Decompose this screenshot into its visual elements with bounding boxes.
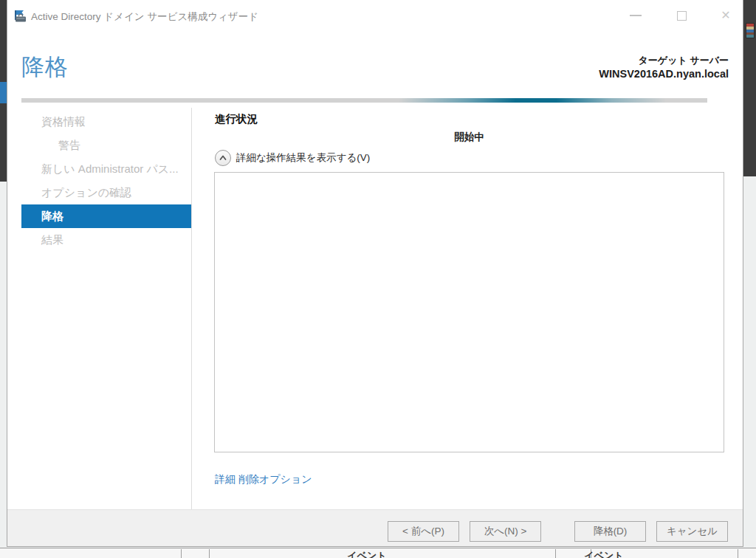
- progress-bar: [21, 98, 707, 103]
- title-bar[interactable]: Active Directory ドメイン サービス構成ウィザード ✕: [7, 0, 743, 32]
- window-title: Active Directory ドメイン サービス構成ウィザード: [31, 10, 258, 24]
- server-manager-wizard-icon: [13, 9, 28, 24]
- target-server-name: WINSV2016AD.nyan.local: [599, 66, 729, 81]
- sidebar-item-demotion[interactable]: 降格: [21, 204, 191, 228]
- background-events-header: イベント: [341, 549, 393, 558]
- details-toggle[interactable]: 詳細な操作結果を表示する(V): [215, 150, 370, 166]
- footer-bar: < 前へ(P) 次へ(N) > 降格(D) キャンセル: [7, 509, 743, 546]
- sidebar-item-new-admin-password[interactable]: 新しい Administrator パス...: [21, 157, 191, 181]
- close-button[interactable]: ✕: [709, 4, 742, 27]
- background-selected-item-fragment: [0, 82, 7, 103]
- sidebar-item-results[interactable]: 結果: [21, 228, 191, 252]
- minimize-button[interactable]: [619, 4, 652, 27]
- previous-button[interactable]: < 前へ(P): [388, 521, 459, 542]
- background-events-header: イベント: [578, 549, 630, 558]
- close-icon: ✕: [721, 10, 730, 21]
- progress-bar-pulse: [21, 98, 707, 103]
- background-right-strip: [743, 0, 756, 176]
- target-server-block: ターゲット サーバー WINSV2016AD.nyan.local: [599, 54, 729, 81]
- maximize-icon: [677, 11, 687, 21]
- section-title-progress: 進行状況: [215, 112, 258, 126]
- background-bottom-table: イベント イベント: [0, 548, 756, 558]
- wizard-window: Active Directory ドメイン サービス構成ウィザード ✕ 降格 タ…: [7, 0, 743, 547]
- cancel-button[interactable]: キャンセル: [656, 521, 728, 542]
- sidebar-item-credentials[interactable]: 資格情報: [21, 110, 191, 134]
- table-grid-line: [209, 549, 210, 558]
- target-server-label: ターゲット サーバー: [599, 54, 729, 66]
- sidebar-divider: [191, 108, 192, 509]
- background-icon-fragment: [746, 24, 754, 38]
- chevron-up-icon[interactable]: [215, 150, 231, 166]
- sidebar-item-warnings[interactable]: 警告: [21, 134, 191, 157]
- sidebar-item-review-options[interactable]: オプションの確認: [21, 181, 191, 204]
- next-button[interactable]: 次へ(N) >: [470, 521, 541, 542]
- wizard-steps-sidebar: 資格情報 警告 新しい Administrator パス... オプションの確認…: [21, 110, 191, 252]
- table-grid-line: [181, 549, 182, 558]
- details-output[interactable]: [214, 172, 724, 452]
- details-toggle-label: 詳細な操作結果を表示する(V): [236, 151, 370, 165]
- demote-button[interactable]: 降格(D): [574, 521, 646, 542]
- background-left-strip: [0, 0, 7, 182]
- maximize-button[interactable]: [665, 4, 698, 27]
- status-text: 開始中: [214, 131, 724, 144]
- page-title: 降格: [21, 52, 69, 83]
- minimize-icon: [630, 15, 642, 16]
- table-grid-line: [555, 549, 556, 558]
- removal-options-link[interactable]: 詳細 削除オプション: [215, 473, 312, 486]
- table-grid-line: [738, 549, 738, 558]
